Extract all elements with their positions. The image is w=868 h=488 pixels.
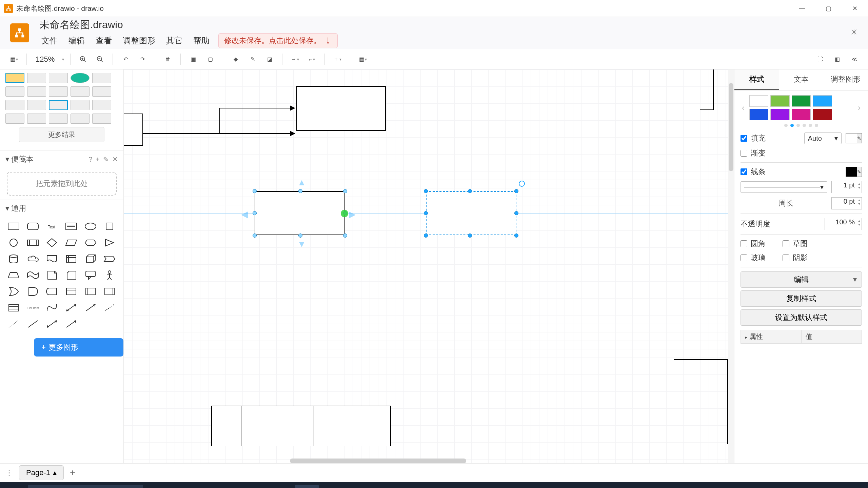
shape-bidir-arrow[interactable] [63,301,79,314]
shape-text[interactable]: Text [44,220,60,233]
shape-circle[interactable] [5,236,22,249]
canvas-scrollbar-h[interactable] [290,459,466,463]
canvas-scrollbar-v[interactable] [729,83,733,171]
table-icon[interactable]: ▦▾ [356,53,369,66]
shape-listitem[interactable]: List Item [25,301,41,314]
shape-curve[interactable] [44,301,60,314]
line-style-select[interactable]: ▾ [741,181,827,193]
close-button[interactable]: ✕ [842,0,868,17]
general-header[interactable]: ▾ 通用 [0,200,123,217]
close-icon[interactable]: ✕ [112,155,118,163]
shape-line[interactable] [25,317,41,331]
scratchpad-drop[interactable]: 把元素拖到此处 [7,172,117,196]
shape-thumb[interactable] [71,100,90,110]
edge[interactable] [219,108,291,108]
undo-icon[interactable]: ↶ [119,53,132,66]
shape-thumb[interactable] [5,100,24,110]
taskbar-drawio[interactable]: ◆ [295,485,319,488]
shape-dashline[interactable] [101,301,118,314]
delete-icon[interactable]: 🗑 [161,53,174,66]
shape-trapezoid[interactable] [5,268,22,282]
shape-thumb[interactable] [27,100,46,110]
shadow-icon[interactable]: ◪ [263,53,276,66]
rotate-handle[interactable] [519,181,525,187]
edge[interactable] [219,108,220,134]
swatch[interactable] [770,95,789,107]
format-panel-icon[interactable]: ◧ [831,53,844,66]
shape-thumb[interactable] [27,73,46,83]
shape-hexagon[interactable] [82,236,99,249]
menu-arrange[interactable]: 调整图形 [121,34,157,47]
minimize-button[interactable]: — [789,0,815,17]
diagram-rect-selection[interactable] [426,191,516,235]
edge[interactable] [143,133,291,134]
direction-hint-icon[interactable]: ▲ [297,177,306,188]
line-width-input[interactable]: 1 pt▲▼ [831,181,862,193]
fill-toggle[interactable]: 填充 [741,133,766,143]
swatch[interactable] [770,109,789,120]
view-dropdown[interactable]: ▦▾ [7,53,20,66]
zoom-in-icon[interactable] [77,53,90,66]
line-color-icon[interactable]: ✎ [246,53,259,66]
more-results-button[interactable]: 更多结果 [19,127,104,142]
page-tab[interactable]: Page-1▴ [19,465,64,480]
shape-actor[interactable] [101,268,118,282]
canvas[interactable]: ▲ ▼ ◀ ▶ [124,69,734,463]
shape-tape[interactable] [25,268,41,282]
shape-thumb[interactable] [92,73,111,83]
start-button[interactable]: ⊞ [3,485,26,488]
default-style-button[interactable]: 设置为默认样式 [741,309,862,326]
shape-thumb[interactable] [5,73,24,83]
shape-list[interactable] [5,301,22,314]
shape-datastore[interactable] [44,285,60,298]
fill-mode-select[interactable]: Auto▾ [804,133,842,144]
direction-hint-icon[interactable]: ▼ [297,239,306,249]
help-icon[interactable]: ? [88,156,92,163]
opacity-input[interactable]: 100 %▲▼ [825,218,862,230]
shape-thumb[interactable] [49,86,68,97]
taskbar-edge[interactable]: 🌐 [170,485,193,488]
connection-icon[interactable]: →▾ [289,53,301,66]
shape-container[interactable] [63,285,79,298]
shape-cube[interactable] [82,252,99,266]
connection-point[interactable] [341,210,348,217]
edit-style-button[interactable]: 编辑▾ [741,271,862,288]
shape-bidir[interactable] [44,317,60,331]
shape-cloud[interactable] [25,252,41,266]
redo-icon[interactable]: ↷ [136,53,149,66]
insert-icon[interactable]: ＋▾ [331,53,344,66]
shape-thumb[interactable] [71,73,90,83]
diagram-rect[interactable] [211,406,391,446]
taskbar-app[interactable]: 📘 [220,485,243,488]
theme-toggle-icon[interactable]: ☀ [850,27,858,38]
document-title[interactable]: 未命名绘图.drawio [39,18,338,32]
fullscreen-icon[interactable]: ⛶ [814,53,827,66]
taskbar-wps[interactable]: W [245,485,269,488]
shadow-toggle[interactable]: 阴影 [783,253,808,263]
shape-roundrect[interactable] [25,220,41,233]
menu-edit[interactable]: 编辑 [66,34,87,47]
zoom-value[interactable]: 125% [33,55,57,64]
swatch[interactable] [792,95,811,107]
shape-card[interactable] [63,268,79,282]
shape-thumb[interactable] [5,86,24,97]
tab-arrange[interactable]: 调整图形 [824,69,868,90]
line-toggle[interactable]: 线条 [741,167,766,177]
canvas-scrollbar-v-track[interactable] [728,69,734,463]
menu-extras[interactable]: 其它 [164,34,184,47]
shape-diamond[interactable] [44,236,60,249]
glass-toggle[interactable]: 玻璃 [741,253,766,263]
shape-triangle[interactable] [101,236,118,249]
shape-thumb[interactable] [92,100,111,110]
waypoint-icon[interactable]: ⌐▾ [305,53,318,66]
diagram-rect[interactable] [255,191,345,235]
swatch[interactable] [749,95,768,107]
tab-text[interactable]: 文本 [779,69,823,90]
taskbar-search[interactable]: 🔍搜索 [28,485,143,488]
shape-thumb[interactable] [92,86,111,97]
add-icon[interactable]: + [96,156,100,163]
zoom-out-icon[interactable] [94,53,106,66]
swatch-prev[interactable]: ‹ [741,103,746,113]
tab-style[interactable]: 样式 [734,69,779,90]
shape-process[interactable] [25,236,41,249]
